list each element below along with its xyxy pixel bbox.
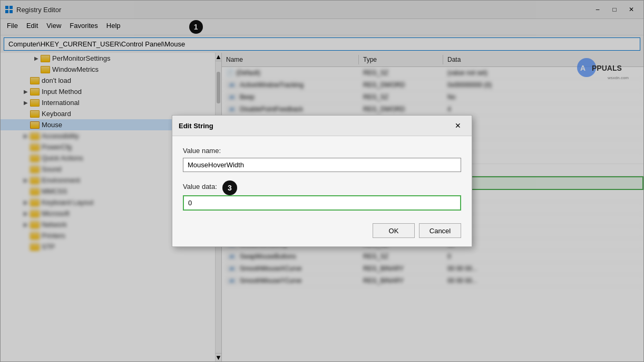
badge-3: 3 [222, 180, 237, 195]
dialog-body: Value name: Value data: 3 OK Cancel [172, 136, 472, 246]
value-data-row: Value data: 3 [183, 180, 461, 195]
value-name-input[interactable] [183, 158, 461, 172]
dialog-close-button[interactable]: ✕ [451, 120, 465, 131]
ok-button[interactable]: OK [373, 223, 415, 238]
dialog-buttons: OK Cancel [183, 223, 461, 238]
edit-string-dialog: Edit String ✕ Value name: Value data: 3 … [172, 115, 472, 247]
value-data-input[interactable] [183, 195, 461, 211]
registry-editor-window: Registry Editor – □ ✕ File Edit View Fav… [0, 0, 644, 362]
dialog-title: Edit String [179, 122, 451, 130]
cancel-button[interactable]: Cancel [419, 223, 461, 238]
dialog-overlay: Edit String ✕ Value name: Value data: 3 … [0, 0, 644, 362]
dialog-titlebar: Edit String ✕ [172, 116, 472, 136]
value-name-label: Value name: [183, 147, 461, 155]
value-data-label: Value data: [183, 183, 217, 190]
